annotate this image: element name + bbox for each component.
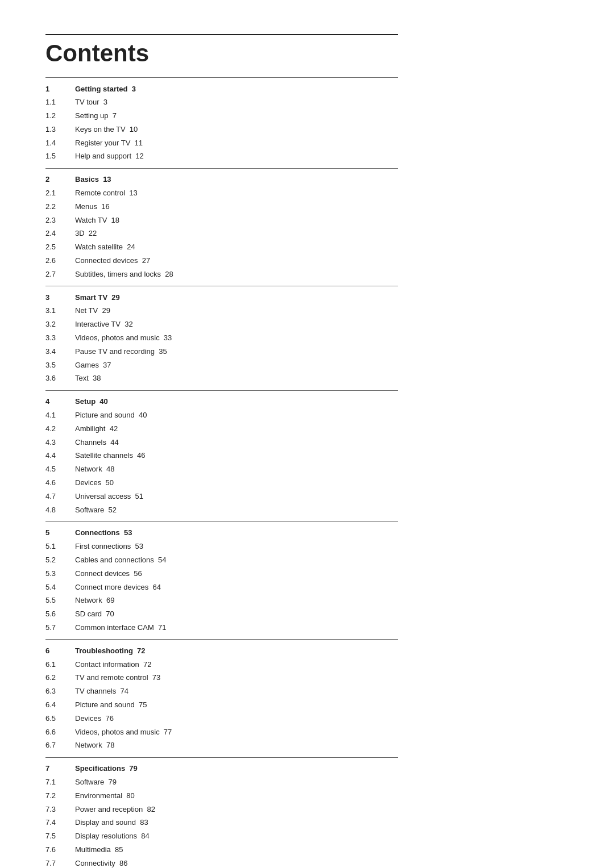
toc-title-4.5: Network 48: [75, 464, 114, 475]
toc-num-7.4: 7.4: [45, 817, 75, 829]
toc-num-6.2: 6.2: [45, 672, 75, 684]
toc-title-6.5: Devices 76: [75, 713, 114, 725]
toc-num-2.4: 2.4: [45, 228, 75, 240]
toc-item-4.5: 4.5Network 48: [45, 463, 398, 477]
toc-num-4.3: 4.3: [45, 437, 75, 449]
toc-item-1.3: 1.3Keys on the TV 10: [45, 123, 398, 136]
section-6: 6Troubleshooting 726.1Contact informatio…: [45, 639, 398, 757]
toc-title-1.3: Keys on the TV 10: [75, 124, 138, 136]
toc-title-1.5: Help and support 12: [75, 151, 144, 162]
toc-title-4.4: Satellite channels 46: [75, 450, 146, 462]
toc-title-6.1: Contact information 72: [75, 659, 151, 671]
toc-item-7.5: 7.5Display resolutions 84: [45, 830, 398, 844]
toc-num-1.5: 1.5: [45, 151, 75, 162]
section-num-6: 6: [45, 645, 75, 657]
section-num-2: 2: [45, 174, 75, 186]
toc-item-1.5: 1.5Help and support 12: [45, 150, 398, 164]
toc-num-1.3: 1.3: [45, 124, 75, 136]
section-5: 5Connections 535.1First connections 535.…: [45, 521, 398, 640]
section-1: 1Getting started 31.1TV tour 31.2Setting…: [45, 77, 398, 169]
section-7: 7Specifications 797.1Software 797.2Envir…: [45, 757, 398, 868]
toc-num-4.5: 4.5: [45, 464, 75, 475]
toc-num-3.2: 3.2: [45, 319, 75, 331]
toc-title-2.2: Menus 16: [75, 201, 110, 213]
toc-title-7.7: Connectivity 86: [75, 858, 128, 868]
toc-item-4.1: 4.1Picture and sound 40: [45, 409, 398, 423]
toc-title-6.6: Videos, photos and music 77: [75, 727, 172, 738]
toc-title-2.6: Connected devices 27: [75, 255, 150, 267]
toc-item-7.6: 7.6Multimedia 85: [45, 843, 398, 857]
toc-item-5.2: 5.2Cables and connections 54: [45, 554, 398, 567]
toc-title-4.1: Picture and sound 40: [75, 410, 147, 422]
toc-title-6.2: TV and remote control 73: [75, 672, 160, 684]
toc-item-1.4: 1.4Register your TV 11: [45, 136, 398, 150]
toc-title-2.3: Watch TV 18: [75, 215, 119, 227]
toc-title-5.6: SD card 70: [75, 608, 114, 620]
section-num-1: 1: [45, 84, 75, 95]
section-row-3: 3Smart TV 29: [45, 291, 398, 304]
toc-num-7.3: 7.3: [45, 804, 75, 816]
toc-num-2.5: 2.5: [45, 241, 75, 253]
toc-item-7.3: 7.3Power and reception 82: [45, 803, 398, 816]
toc-title-1.2: Setting up 7: [75, 110, 117, 122]
section-row-2: 2Basics 13: [45, 173, 398, 187]
toc-title-6.7: Network 78: [75, 740, 114, 752]
toc-num-4.4: 4.4: [45, 450, 75, 462]
toc-title-7.6: Multimedia 85: [75, 844, 123, 856]
section-title-7: Specifications 79: [75, 763, 138, 775]
toc-item-3.2: 3.2Interactive TV 32: [45, 318, 398, 332]
toc-num-6.6: 6.6: [45, 727, 75, 738]
toc-title-1.1: TV tour 3: [75, 97, 107, 108]
page-title: Contents: [45, 34, 398, 67]
toc-item-5.5: 5.5Network 69: [45, 594, 398, 608]
toc-item-6.2: 6.2TV and remote control 73: [45, 671, 398, 685]
toc-num-2.6: 2.6: [45, 255, 75, 267]
section-row-7: 7Specifications 79: [45, 762, 398, 776]
toc-num-4.8: 4.8: [45, 504, 75, 516]
toc-title-4.8: Software 52: [75, 504, 117, 516]
toc-num-2.3: 2.3: [45, 215, 75, 227]
toc-title-7.3: Power and reception 82: [75, 804, 155, 816]
section-3: 3Smart TV 293.1Net TV 293.2Interactive T…: [45, 286, 398, 391]
toc-num-4.6: 4.6: [45, 477, 75, 489]
toc-item-6.5: 6.5Devices 76: [45, 712, 398, 725]
section-title-4: Setup 40: [75, 396, 108, 408]
toc-num-6.3: 6.3: [45, 686, 75, 698]
toc-title-3.2: Interactive TV 32: [75, 319, 133, 331]
toc-item-2.5: 2.5Watch satellite 24: [45, 241, 398, 254]
toc-num-5.3: 5.3: [45, 568, 75, 580]
toc-num-7.7: 7.7: [45, 858, 75, 868]
toc-item-6.4: 6.4Picture and sound 75: [45, 698, 398, 712]
toc-num-4.1: 4.1: [45, 410, 75, 422]
toc-container: 1Getting started 31.1TV tour 31.2Setting…: [45, 77, 398, 868]
toc-item-3.1: 3.1Net TV 29: [45, 304, 398, 318]
toc-title-3.1: Net TV 29: [75, 305, 110, 317]
toc-item-4.2: 4.2Ambilight 42: [45, 422, 398, 436]
toc-num-5.6: 5.6: [45, 608, 75, 620]
toc-item-2.7: 2.7Subtitles, timers and locks 28: [45, 268, 398, 281]
toc-item-6.3: 6.3TV channels 74: [45, 685, 398, 699]
toc-title-2.1: Remote control 13: [75, 187, 138, 199]
toc-item-4.4: 4.4Satellite channels 46: [45, 449, 398, 463]
toc-item-6.6: 6.6Videos, photos and music 77: [45, 725, 398, 739]
toc-item-5.7: 5.7Common interface CAM 71: [45, 621, 398, 635]
toc-num-3.6: 3.6: [45, 373, 75, 385]
toc-num-3.1: 3.1: [45, 305, 75, 317]
toc-title-2.7: Subtitles, timers and locks 28: [75, 269, 173, 281]
toc-num-6.4: 6.4: [45, 699, 75, 711]
toc-num-4.2: 4.2: [45, 423, 75, 435]
toc-title-3.5: Games 37: [75, 360, 111, 372]
section-num-3: 3: [45, 292, 75, 304]
toc-num-6.1: 6.1: [45, 659, 75, 671]
toc-item-7.2: 7.2Environmental 80: [45, 789, 398, 803]
toc-item-2.2: 2.2Menus 16: [45, 200, 398, 214]
toc-title-3.6: Text 38: [75, 373, 101, 385]
toc-item-3.5: 3.5Games 37: [45, 358, 398, 372]
section-2: 2Basics 132.1Remote control 132.2Menus 1…: [45, 168, 398, 286]
section-row-5: 5Connections 53: [45, 527, 398, 540]
toc-item-2.6: 2.6Connected devices 27: [45, 254, 398, 268]
toc-title-2.5: Watch satellite 24: [75, 241, 135, 253]
toc-num-3.3: 3.3: [45, 332, 75, 344]
section-num-5: 5: [45, 527, 75, 539]
toc-num-2.2: 2.2: [45, 201, 75, 213]
